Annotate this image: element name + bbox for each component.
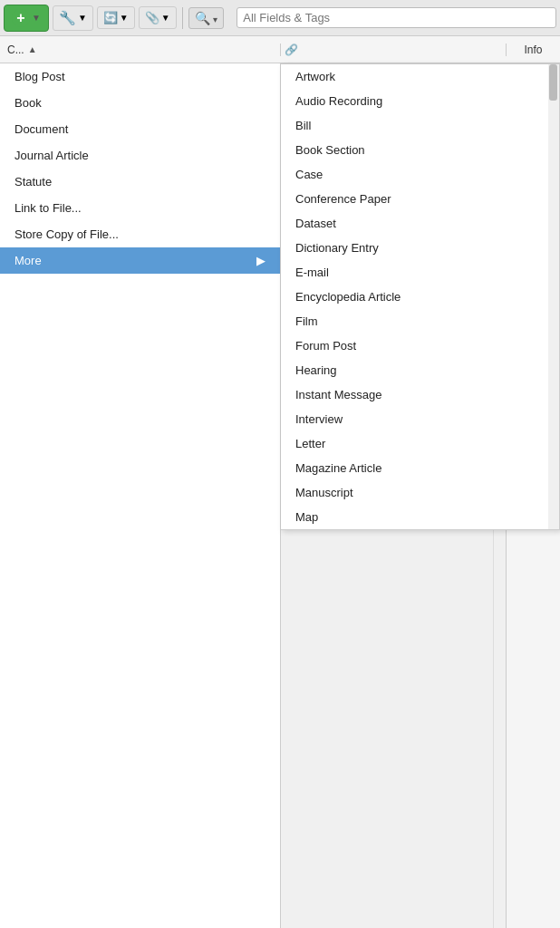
more-menu-item-manuscript[interactable]: Manuscript <box>281 480 559 505</box>
more-menu-item-magazine-article[interactable]: Magazine Article <box>281 456 559 480</box>
dropdown-item-store-copy[interactable]: Store Copy of File... <box>0 221 280 247</box>
dropdown-item-label: More <box>14 254 42 267</box>
dropdown-item-more[interactable]: More▶ <box>0 247 280 274</box>
dropdown-item-label: Store Copy of File... <box>14 227 119 241</box>
dropdown-item-blog-post[interactable]: Blog Post <box>0 63 280 90</box>
dropdown-item-document[interactable]: Document <box>0 116 280 142</box>
search-input[interactable] <box>243 11 550 24</box>
more-menu-item-email[interactable]: E-mail <box>281 260 559 285</box>
col-sort-arrow: ▲ <box>28 44 37 54</box>
sync-button[interactable]: 🔄 ▼ <box>97 6 135 29</box>
more-menu-item-interview[interactable]: Interview <box>281 407 559 431</box>
dropdown-item-label: Journal Article <box>14 149 89 162</box>
dropdown-item-label: Statute <box>14 175 52 188</box>
add-item-button[interactable]: + ▼ <box>4 5 49 32</box>
toolbar-separator <box>182 7 183 29</box>
main-area: ▶manfaatan Slide Ma...▶.nali...sepsi Ki▶… <box>0 63 560 928</box>
more-menu-item-audio-recording[interactable]: Audio Recording <box>281 89 559 113</box>
add-icon: + <box>12 9 30 27</box>
col-sort-label: C... <box>7 44 24 56</box>
more-menu-item-bill[interactable]: Bill <box>281 113 559 138</box>
more-menu-item-artwork[interactable]: Artwork <box>281 64 559 89</box>
attach-dropdown-arrow: ▼ <box>161 13 170 23</box>
more-menu-item-forum-post[interactable]: Forum Post <box>281 334 559 358</box>
dropdown-item-label: Document <box>14 122 68 136</box>
dropdown-item-statute[interactable]: Statute <box>0 169 280 195</box>
dropdown-item-book[interactable]: Book <box>0 90 280 116</box>
dropdown-item-link-to-file[interactable]: Link to File... <box>0 195 280 221</box>
paperclip-icon: 📎 <box>145 11 159 24</box>
dropdown-item-label: Link to File... <box>14 201 82 215</box>
tools-dropdown-arrow: ▼ <box>78 13 87 23</box>
add-item-dropdown: Blog PostBookDocumentJournal ArticleStat… <box>0 63 281 928</box>
more-submenu: ArtworkAudio RecordingBillBook SectionCa… <box>281 63 560 530</box>
more-menu-scrollbar[interactable] <box>548 64 559 529</box>
sync-dropdown-arrow: ▼ <box>120 13 129 23</box>
toolbar: + ▼ 🔧 ▼ 🔄 ▼ 📎 ▼ 🔍 ▾ <box>0 0 560 36</box>
tools-button[interactable]: 🔧 ▼ <box>53 5 93 31</box>
col-header-title[interactable]: C... ▲ <box>0 44 281 56</box>
more-menu-item-case[interactable]: Case <box>281 162 559 187</box>
more-menu-item-encyclopedia-article[interactable]: Encyclopedia Article <box>281 285 559 309</box>
more-menu-item-dataset[interactable]: Dataset <box>281 211 559 236</box>
attach-button[interactable]: 📎 ▼ <box>139 6 177 29</box>
search-icon: 🔍 <box>195 11 210 25</box>
add-dropdown-arrow: ▼ <box>32 13 41 23</box>
info-label: Info <box>524 44 542 56</box>
col-attach-icon: 🔗 <box>285 44 298 56</box>
more-menu-item-book-section[interactable]: Book Section <box>281 138 559 162</box>
dropdown-item-journal-article[interactable]: Journal Article <box>0 142 280 169</box>
more-menu-item-conference-paper[interactable]: Conference Paper <box>281 187 559 211</box>
dropdown-item-label: Blog Post <box>14 70 65 83</box>
more-menu-item-film[interactable]: Film <box>281 309 559 334</box>
col-header-mid: 🔗 <box>281 44 506 56</box>
more-menu-item-instant-message[interactable]: Instant Message <box>281 382 559 407</box>
more-menu-item-letter[interactable]: Letter <box>281 431 559 456</box>
submenu-arrow-icon: ▶ <box>256 254 266 267</box>
more-scrollbar-thumb[interactable] <box>549 64 557 101</box>
sync-icon: 🔄 <box>103 11 118 24</box>
search-button[interactable]: 🔍 ▾ <box>188 7 225 29</box>
dropdown-item-label: Book <box>14 96 42 110</box>
more-menu-item-hearing[interactable]: Hearing <box>281 358 559 382</box>
more-menu-item-map[interactable]: Map <box>281 505 559 529</box>
column-headers: C... ▲ 🔗 Info <box>0 36 560 63</box>
col-header-info: Info <box>506 44 560 56</box>
wrench-icon: 🔧 <box>59 10 76 26</box>
search-field-area[interactable] <box>237 7 556 28</box>
more-menu-item-dictionary-entry[interactable]: Dictionary Entry <box>281 236 559 260</box>
search-dropdown-arrow: ▾ <box>213 14 217 24</box>
